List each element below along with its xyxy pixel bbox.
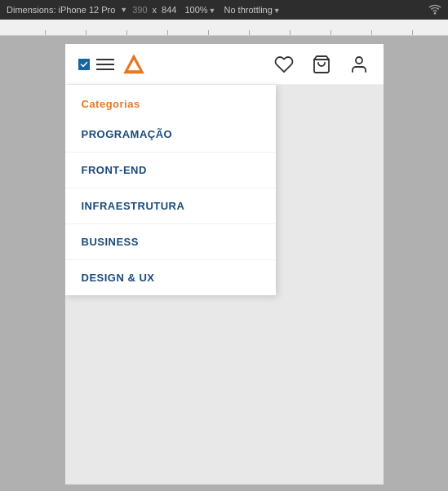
user-icon[interactable] (348, 53, 370, 76)
svg-point-4 (356, 57, 362, 64)
toolbar-dropdown-arrow[interactable]: ▼ (120, 6, 127, 14)
toolbar-zoom[interactable]: 100%▼ (184, 5, 215, 15)
nav-left (78, 51, 147, 77)
ruler-horizontal (0, 20, 448, 36)
toolbar-sep: 390 (132, 5, 147, 15)
toolbar-wifi-icon (428, 2, 441, 17)
bag-icon[interactable] (310, 53, 333, 76)
dropdown-item-business[interactable]: BUSINESS (65, 224, 276, 260)
checkbox-icon[interactable] (78, 59, 90, 70)
toolbar-x-sep: x (153, 5, 157, 15)
heart-icon[interactable] (273, 53, 295, 76)
dropdown-item-infraestrutura[interactable]: INFRAESTRUTURA (65, 188, 276, 224)
hamburger-icon[interactable] (96, 59, 114, 70)
logo-icon (121, 51, 147, 77)
dropdown-item-frontend[interactable]: FRONT-END (65, 153, 276, 188)
dropdown-item-programacao[interactable]: PROGRAMAÇÃO (65, 117, 276, 153)
viewport-area: Categorias PROGRAMAÇÃO FRONT-END INFRAES… (0, 36, 448, 491)
toolbar-dimensions-label[interactable]: Dimensions: iPhone 12 Pro (7, 5, 115, 15)
dev-toolbar: Dimensions: iPhone 12 Pro ▼ 390 x 844 10… (0, 0, 448, 20)
dropdown-menu: Categorias PROGRAMAÇÃO FRONT-END INFRAES… (65, 85, 276, 295)
device-frame: Categorias PROGRAMAÇÃO FRONT-END INFRAES… (65, 44, 384, 484)
nav-header (65, 44, 384, 85)
svg-point-0 (434, 13, 435, 14)
nav-icons (273, 53, 370, 76)
dropdown-category-title: Categorias (65, 85, 276, 117)
toolbar-height: 844 (162, 5, 176, 15)
dropdown-item-design-ux[interactable]: DESIGN & UX (65, 260, 276, 295)
device-main: Categorias PROGRAMAÇÃO FRONT-END INFRAES… (65, 85, 384, 484)
toolbar-throttle[interactable]: No throttling▼ (224, 5, 281, 15)
